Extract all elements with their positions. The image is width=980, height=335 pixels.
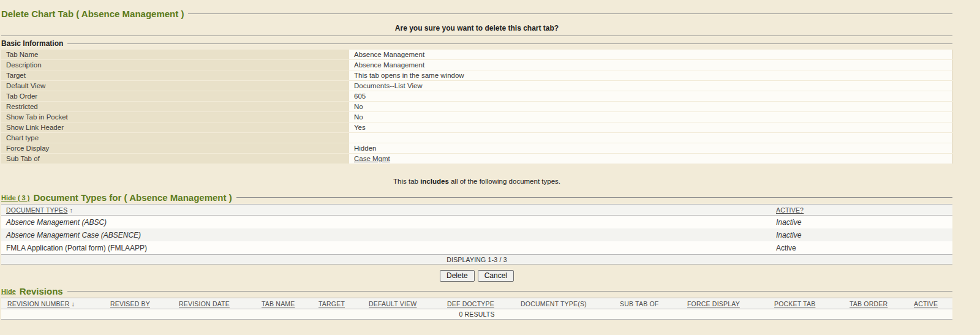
column-header-sub-tab-of: SUB TAB OF (620, 300, 687, 307)
column-header-document-types: DOCUMENT TYPE(S) (521, 300, 620, 307)
revised-by-sort-link[interactable]: REVISED BY (110, 300, 150, 307)
divider (1, 36, 952, 36)
table-row: Default View Documents--List View (1, 81, 952, 91)
basic-info-table: Tab Name Absence Management Description … (1, 50, 952, 164)
field-value: Absence Management (349, 50, 952, 59)
active-sort-link[interactable]: ACTIVE? (776, 206, 804, 214)
column-header-revision-number: REVISION NUMBER↓ (7, 300, 110, 307)
field-label: Target (1, 70, 349, 80)
sort-descending-icon: ↓ (72, 300, 75, 307)
column-header-document-types: DOCUMENT TYPES↑ (1, 206, 776, 214)
paging-status: DISPLAYING 1-3 / 3 (1, 254, 952, 265)
document-types-sort-link[interactable]: DOCUMENT TYPES (6, 206, 67, 214)
document-types-column-label: DOCUMENT TYPE(S) (521, 300, 587, 307)
table-row: Restricted No (1, 102, 952, 111)
column-header-tab-order: TAB ORDER (850, 300, 914, 307)
column-header-pocket-tab: POCKET TAB (774, 300, 850, 307)
title-rule (188, 13, 952, 14)
field-value (349, 133, 952, 143)
doc-types-heading-row: Hide ( 3 ) Document Types for ( Absence … (1, 192, 952, 203)
field-label: Default View (1, 81, 349, 91)
field-label: Show Link Header (1, 122, 349, 132)
def-doctype-sort-link[interactable]: DEF DOCTYPE (447, 300, 494, 307)
field-value: No (349, 102, 952, 111)
sub-tab-of-column-label: SUB TAB OF (620, 300, 658, 307)
table-row: Tab Order 605 (1, 91, 952, 101)
sort-ascending-icon: ↑ (69, 206, 73, 214)
field-label: Show Tab in Pocket (1, 112, 349, 122)
field-label: Restricted (1, 102, 349, 111)
revisions-heading-row: Hide Revisions (1, 286, 952, 296)
delete-chart-tab-page: Delete Chart Tab ( Absence Management ) … (0, 0, 952, 320)
table-row: Chart type (1, 133, 952, 143)
field-value: No (349, 112, 952, 122)
basic-info-heading-row: Basic Information (1, 39, 952, 48)
field-label: Sub Tab of (1, 154, 349, 164)
basic-info-rule (67, 43, 952, 44)
target-sort-link[interactable]: TARGET (318, 300, 345, 307)
page-title-row: Delete Chart Tab ( Absence Management ) (1, 0, 952, 19)
revisions-title: Revisions (20, 286, 63, 296)
note-bold-text: includes (420, 178, 449, 185)
cancel-button[interactable]: Cancel (478, 270, 514, 282)
table-row: Sub Tab of Case Mgmt (1, 154, 952, 164)
force-display-sort-link[interactable]: FORCE DISPLAY (687, 300, 740, 307)
table-row: Force Display Hidden (1, 143, 952, 153)
table-row: FMLA Application (Portal form) (FMLAAPP)… (1, 241, 952, 254)
doc-types-note: This tab includes all of the following d… (1, 178, 952, 185)
delete-button[interactable]: Delete (440, 270, 475, 282)
default-view-sort-link[interactable]: DEFAULT VIEW (369, 300, 417, 307)
revision-number-sort-link[interactable]: REVISION NUMBER (7, 300, 70, 307)
field-value: Absence Management (349, 60, 952, 70)
page-title: Delete Chart Tab ( Absence Management ) (1, 9, 184, 19)
confirm-question: Are you sure you want to delete this cha… (1, 24, 952, 32)
table-row: Description Absence Management (1, 60, 952, 70)
field-value: Documents--List View (349, 81, 952, 91)
hide-revisions-link[interactable]: Hide (1, 288, 16, 295)
revisions-rule (67, 291, 952, 292)
pocket-tab-sort-link[interactable]: POCKET TAB (774, 300, 815, 307)
revisions-empty-status: 0 RESULTS (1, 309, 952, 320)
column-header-active: ACTIVE? (776, 206, 952, 214)
table-row: Target This tab opens in the same window (1, 70, 952, 80)
doc-types-header-row: DOCUMENT TYPES↑ ACTIVE? (1, 204, 952, 216)
doc-type-name: Absence Management (ABSC) (1, 218, 776, 227)
field-value: This tab opens in the same window (349, 70, 952, 80)
column-header-active: ACTIVE (914, 300, 952, 307)
doc-types-table: Absence Management (ABSC) Inactive Absen… (1, 216, 952, 254)
doc-types-rule (236, 197, 952, 198)
table-row: Tab Name Absence Management (1, 50, 952, 59)
table-row: Absence Management Case (ABSENCE) Inacti… (1, 228, 952, 241)
field-label: Description (1, 60, 349, 70)
doc-type-name: FMLA Application (Portal form) (FMLAAPP) (1, 244, 776, 252)
revision-date-sort-link[interactable]: REVISION DATE (179, 300, 230, 307)
action-buttons: Delete Cancel (1, 270, 952, 282)
column-header-revision-date: REVISION DATE (179, 300, 262, 307)
field-label: Tab Order (1, 91, 349, 101)
sub-tab-of-link[interactable]: Case Mgmt (354, 155, 390, 162)
field-value: Case Mgmt (349, 154, 952, 164)
field-label: Chart type (1, 133, 349, 143)
field-label: Force Display (1, 143, 349, 153)
doc-type-active-status: Inactive (776, 231, 952, 239)
field-value: Yes (349, 122, 952, 132)
doc-type-active-status: Inactive (776, 218, 952, 227)
table-row: Absence Management (ABSC) Inactive (1, 216, 952, 228)
doc-type-active-status: Active (776, 244, 952, 252)
basic-info-title: Basic Information (1, 39, 63, 48)
column-header-tab-name: TAB NAME (262, 300, 318, 307)
active-sort-link[interactable]: ACTIVE (914, 300, 938, 307)
tab-name-sort-link[interactable]: TAB NAME (262, 300, 295, 307)
column-header-revised-by: REVISED BY (110, 300, 179, 307)
field-value: 605 (349, 91, 952, 101)
field-label: Tab Name (1, 50, 349, 59)
note-text: all of the following document types. (449, 178, 560, 185)
field-value: Hidden (349, 143, 952, 153)
tab-order-sort-link[interactable]: TAB ORDER (850, 300, 888, 307)
revisions-header-row: REVISION NUMBER↓ REVISED BY REVISION DAT… (1, 298, 952, 309)
doc-types-title: Document Types for ( Absence Management … (33, 192, 232, 203)
hide-doc-types-link[interactable]: Hide ( 3 ) (1, 194, 29, 201)
note-text: This tab (393, 178, 420, 185)
column-header-default-view: DEFAULT VIEW (369, 300, 447, 307)
table-row: Show Tab in Pocket No (1, 112, 952, 122)
